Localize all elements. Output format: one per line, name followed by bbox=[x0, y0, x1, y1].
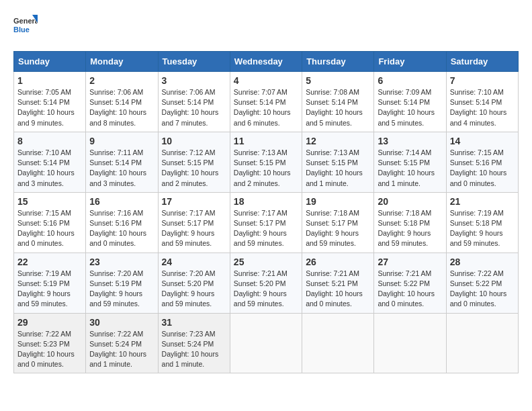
day-info: Sunrise: 7:21 AMSunset: 5:22 PMDaylight:… bbox=[378, 269, 442, 310]
calendar-cell: 2Sunrise: 7:06 AMSunset: 5:14 PMDaylight… bbox=[86, 72, 158, 132]
day-number: 2 bbox=[89, 75, 154, 86]
day-info: Sunrise: 7:18 AMSunset: 5:17 PMDaylight:… bbox=[306, 208, 370, 249]
day-number: 12 bbox=[306, 136, 370, 146]
day-of-week-header: Thursday bbox=[302, 52, 374, 72]
logo-icon: General Blue bbox=[13, 13, 38, 40]
calendar-cell bbox=[446, 313, 518, 373]
day-number: 28 bbox=[450, 257, 515, 267]
day-number: 31 bbox=[162, 317, 226, 328]
day-of-week-header: Friday bbox=[374, 52, 446, 72]
calendar-cell: 5Sunrise: 7:08 AMSunset: 5:14 PMDaylight… bbox=[302, 72, 374, 132]
day-info: Sunrise: 7:07 AMSunset: 5:14 PMDaylight:… bbox=[234, 87, 298, 128]
calendar-cell: 7Sunrise: 7:10 AMSunset: 5:14 PMDaylight… bbox=[446, 72, 518, 132]
calendar-cell: 16Sunrise: 7:16 AMSunset: 5:16 PMDayligh… bbox=[86, 192, 158, 253]
calendar-cell: 4Sunrise: 7:07 AMSunset: 5:14 PMDaylight… bbox=[230, 72, 302, 132]
day-info: Sunrise: 7:21 AMSunset: 5:21 PMDaylight:… bbox=[306, 269, 370, 310]
calendar-table: SundayMondayTuesdayWednesdayThursdayFrid… bbox=[13, 51, 519, 373]
calendar-cell: 24Sunrise: 7:20 AMSunset: 5:20 PMDayligh… bbox=[158, 253, 230, 313]
calendar-header-row: SundayMondayTuesdayWednesdayThursdayFrid… bbox=[14, 52, 519, 72]
day-number: 1 bbox=[17, 75, 82, 86]
day-number: 11 bbox=[234, 136, 298, 146]
day-number: 14 bbox=[450, 136, 515, 146]
calendar-week-row: 1Sunrise: 7:05 AMSunset: 5:14 PMDaylight… bbox=[14, 72, 519, 132]
calendar-cell: 22Sunrise: 7:19 AMSunset: 5:19 PMDayligh… bbox=[14, 253, 86, 313]
calendar-cell: 31Sunrise: 7:23 AMSunset: 5:24 PMDayligh… bbox=[158, 313, 230, 373]
day-info: Sunrise: 7:13 AMSunset: 5:15 PMDaylight:… bbox=[234, 148, 298, 189]
day-number: 24 bbox=[162, 257, 226, 267]
day-number: 21 bbox=[450, 196, 515, 207]
calendar-cell: 15Sunrise: 7:15 AMSunset: 5:16 PMDayligh… bbox=[14, 192, 86, 253]
day-info: Sunrise: 7:16 AMSunset: 5:16 PMDaylight:… bbox=[89, 208, 154, 249]
day-number: 4 bbox=[234, 75, 298, 86]
day-number: 6 bbox=[378, 75, 442, 86]
calendar-cell: 23Sunrise: 7:20 AMSunset: 5:19 PMDayligh… bbox=[86, 253, 158, 313]
day-number: 20 bbox=[378, 196, 442, 207]
calendar-cell: 18Sunrise: 7:17 AMSunset: 5:17 PMDayligh… bbox=[230, 192, 302, 253]
calendar-cell: 9Sunrise: 7:11 AMSunset: 5:14 PMDaylight… bbox=[86, 132, 158, 192]
day-info: Sunrise: 7:08 AMSunset: 5:14 PMDaylight:… bbox=[306, 87, 370, 128]
calendar-cell: 26Sunrise: 7:21 AMSunset: 5:21 PMDayligh… bbox=[302, 253, 374, 313]
calendar-cell bbox=[230, 313, 302, 373]
calendar-cell bbox=[374, 313, 446, 373]
day-info: Sunrise: 7:22 AMSunset: 5:22 PMDaylight:… bbox=[450, 269, 515, 310]
day-number: 17 bbox=[162, 196, 226, 207]
calendar-cell: 10Sunrise: 7:12 AMSunset: 5:15 PMDayligh… bbox=[158, 132, 230, 192]
calendar-cell: 8Sunrise: 7:10 AMSunset: 5:14 PMDaylight… bbox=[14, 132, 86, 192]
day-number: 3 bbox=[162, 75, 226, 86]
calendar-week-row: 22Sunrise: 7:19 AMSunset: 5:19 PMDayligh… bbox=[14, 253, 519, 313]
day-info: Sunrise: 7:22 AMSunset: 5:23 PMDaylight:… bbox=[17, 329, 82, 370]
day-number: 25 bbox=[234, 257, 298, 267]
calendar-cell: 25Sunrise: 7:21 AMSunset: 5:20 PMDayligh… bbox=[230, 253, 302, 313]
day-info: Sunrise: 7:17 AMSunset: 5:17 PMDaylight:… bbox=[234, 208, 298, 249]
day-info: Sunrise: 7:15 AMSunset: 5:16 PMDaylight:… bbox=[17, 208, 82, 249]
day-number: 23 bbox=[89, 257, 154, 267]
calendar-week-row: 15Sunrise: 7:15 AMSunset: 5:16 PMDayligh… bbox=[14, 192, 519, 253]
calendar-cell: 17Sunrise: 7:17 AMSunset: 5:17 PMDayligh… bbox=[158, 192, 230, 253]
calendar-cell: 12Sunrise: 7:13 AMSunset: 5:15 PMDayligh… bbox=[302, 132, 374, 192]
day-of-week-header: Monday bbox=[86, 52, 158, 72]
calendar-week-row: 29Sunrise: 7:22 AMSunset: 5:23 PMDayligh… bbox=[14, 313, 519, 373]
day-number: 5 bbox=[306, 75, 370, 86]
svg-text:General: General bbox=[13, 17, 38, 25]
calendar-cell: 21Sunrise: 7:19 AMSunset: 5:18 PMDayligh… bbox=[446, 192, 518, 253]
day-number: 26 bbox=[306, 257, 370, 267]
day-of-week-header: Sunday bbox=[14, 52, 86, 72]
day-info: Sunrise: 7:13 AMSunset: 5:15 PMDaylight:… bbox=[306, 148, 370, 189]
day-number: 10 bbox=[162, 136, 226, 146]
day-of-week-header: Wednesday bbox=[230, 52, 302, 72]
day-info: Sunrise: 7:11 AMSunset: 5:14 PMDaylight:… bbox=[89, 148, 154, 189]
calendar-cell: 30Sunrise: 7:22 AMSunset: 5:24 PMDayligh… bbox=[86, 313, 158, 373]
day-number: 15 bbox=[17, 196, 82, 207]
day-number: 7 bbox=[450, 75, 515, 86]
calendar-cell: 3Sunrise: 7:06 AMSunset: 5:14 PMDaylight… bbox=[158, 72, 230, 132]
day-number: 27 bbox=[378, 257, 442, 267]
day-info: Sunrise: 7:17 AMSunset: 5:17 PMDaylight:… bbox=[162, 208, 226, 249]
day-number: 18 bbox=[234, 196, 298, 207]
calendar-cell: 27Sunrise: 7:21 AMSunset: 5:22 PMDayligh… bbox=[374, 253, 446, 313]
day-info: Sunrise: 7:18 AMSunset: 5:18 PMDaylight:… bbox=[378, 208, 442, 249]
day-info: Sunrise: 7:20 AMSunset: 5:20 PMDaylight:… bbox=[162, 269, 226, 310]
day-info: Sunrise: 7:19 AMSunset: 5:18 PMDaylight:… bbox=[450, 208, 515, 249]
day-of-week-header: Tuesday bbox=[158, 52, 230, 72]
day-info: Sunrise: 7:10 AMSunset: 5:14 PMDaylight:… bbox=[450, 87, 515, 128]
day-info: Sunrise: 7:21 AMSunset: 5:20 PMDaylight:… bbox=[234, 269, 298, 310]
day-info: Sunrise: 7:14 AMSunset: 5:15 PMDaylight:… bbox=[378, 148, 442, 189]
day-info: Sunrise: 7:09 AMSunset: 5:14 PMDaylight:… bbox=[378, 87, 442, 128]
calendar-cell: 20Sunrise: 7:18 AMSunset: 5:18 PMDayligh… bbox=[374, 192, 446, 253]
calendar-week-row: 8Sunrise: 7:10 AMSunset: 5:14 PMDaylight… bbox=[14, 132, 519, 192]
calendar-cell: 29Sunrise: 7:22 AMSunset: 5:23 PMDayligh… bbox=[14, 313, 86, 373]
day-info: Sunrise: 7:15 AMSunset: 5:16 PMDaylight:… bbox=[450, 148, 515, 189]
day-number: 29 bbox=[17, 317, 82, 328]
day-number: 22 bbox=[17, 257, 82, 267]
calendar-cell: 13Sunrise: 7:14 AMSunset: 5:15 PMDayligh… bbox=[374, 132, 446, 192]
calendar-cell: 6Sunrise: 7:09 AMSunset: 5:14 PMDaylight… bbox=[374, 72, 446, 132]
svg-text:Blue: Blue bbox=[13, 26, 30, 34]
day-number: 8 bbox=[17, 136, 82, 146]
day-number: 19 bbox=[306, 196, 370, 207]
logo: General Blue bbox=[13, 13, 38, 40]
day-of-week-header: Saturday bbox=[446, 52, 518, 72]
calendar-cell: 11Sunrise: 7:13 AMSunset: 5:15 PMDayligh… bbox=[230, 132, 302, 192]
day-number: 9 bbox=[89, 136, 154, 146]
day-info: Sunrise: 7:23 AMSunset: 5:24 PMDaylight:… bbox=[162, 329, 226, 370]
calendar-cell: 28Sunrise: 7:22 AMSunset: 5:22 PMDayligh… bbox=[446, 253, 518, 313]
